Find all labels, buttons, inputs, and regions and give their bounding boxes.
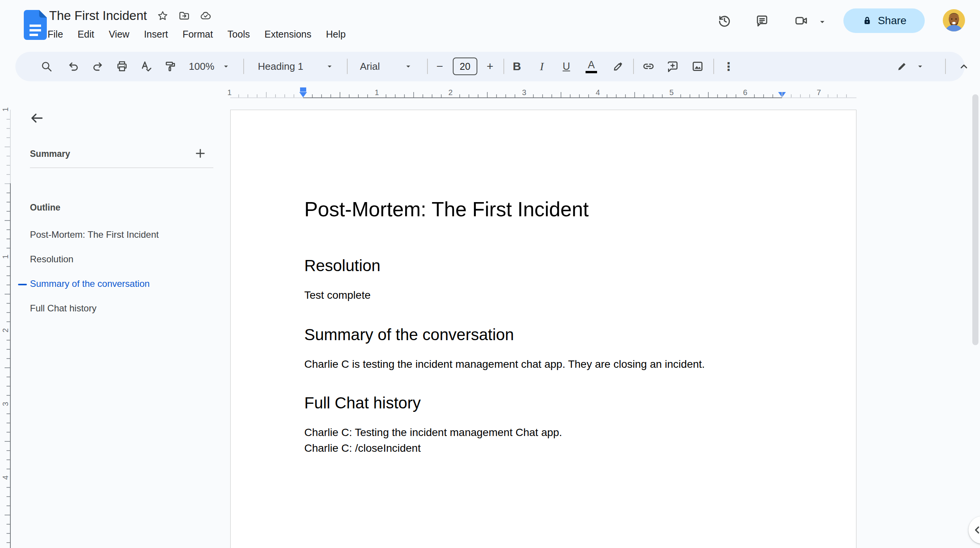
ruler-number: 2: [1, 326, 10, 335]
menu-view[interactable]: View: [104, 27, 134, 42]
menu-file[interactable]: File: [43, 27, 68, 42]
collapse-panel-button[interactable]: [968, 516, 980, 544]
doc-paragraph[interactable]: Charlie C is testing the incident manage…: [304, 356, 705, 372]
doc-paragraph[interactable]: Charlie C: /closeIncident: [304, 440, 421, 456]
outline-item[interactable]: Resolution: [30, 254, 210, 265]
menu-help[interactable]: Help: [322, 27, 350, 42]
toolbar-divider: [427, 59, 428, 74]
ruler-margin-line: [230, 97, 303, 98]
ruler-text-line: [303, 97, 782, 98]
zoom-select[interactable]: 100%: [189, 56, 231, 77]
search-menus-icon[interactable]: [36, 56, 57, 77]
doc-paragraph[interactable]: Charlie C: Testing the incident manageme…: [304, 425, 562, 440]
style-dropdown-arrow-icon: [325, 62, 334, 71]
version-history-icon[interactable]: [714, 10, 735, 31]
ruler-number: 3: [522, 88, 526, 97]
add-summary-button[interactable]: [190, 143, 210, 163]
share-button-label: Share: [878, 15, 907, 27]
ruler-number: 4: [596, 88, 600, 97]
ruler-number: 7: [817, 88, 821, 97]
paint-format-icon[interactable]: [160, 56, 181, 77]
account-avatar[interactable]: [943, 9, 965, 31]
star-icon[interactable]: [157, 10, 168, 21]
outline-item[interactable]: Full Chat history: [30, 303, 210, 314]
zoom-dropdown-arrow-icon: [221, 62, 231, 71]
menu-tools[interactable]: Tools: [223, 27, 254, 42]
ruler-margin-line: [10, 110, 11, 183]
undo-icon[interactable]: [63, 56, 84, 77]
ruler-number: 1: [1, 252, 10, 262]
paragraph-style-select[interactable]: Heading 1: [258, 56, 334, 77]
text-color-swatch: [586, 71, 597, 73]
outline-item[interactable]: Post-Mortem: The First Incident: [30, 229, 210, 240]
app-header: The First Incident File Edit View Insert…: [0, 0, 980, 50]
spelling-check-icon[interactable]: [135, 56, 157, 77]
vertical-scrollbar-thumb[interactable]: [972, 94, 978, 345]
toolbar-divider: [633, 59, 634, 74]
close-outline-button[interactable]: [23, 104, 51, 132]
insert-link-icon[interactable]: [638, 56, 659, 77]
left-indent-marker[interactable]: [300, 87, 306, 92]
toolbar-divider: [503, 59, 504, 74]
lock-icon: [862, 15, 873, 26]
meet-video-call-icon[interactable]: [790, 10, 812, 31]
chevron-left-icon: [972, 524, 980, 536]
hide-menus-button[interactable]: [953, 56, 975, 77]
paragraph-style-value: Heading 1: [258, 61, 304, 72]
doc-heading-chat-history[interactable]: Full Chat history: [304, 394, 421, 412]
summary-divider: [30, 168, 213, 168]
ruler-number: 4: [1, 473, 10, 482]
vertical-ruler: 1 1 2 3 4: [0, 110, 12, 548]
outline-label: Outline: [30, 202, 60, 213]
insert-image-icon[interactable]: [687, 56, 708, 77]
add-comment-icon[interactable]: [662, 56, 683, 77]
toolbar: 100% Heading 1 Arial − 20 + B I U A: [15, 52, 965, 81]
editing-mode-select[interactable]: [896, 56, 925, 77]
font-value: Arial: [360, 61, 380, 72]
share-button[interactable]: Share: [843, 8, 925, 33]
font-size-input[interactable]: 20: [453, 58, 477, 75]
toolbar-divider: [347, 59, 348, 74]
menu-insert[interactable]: Insert: [139, 27, 173, 42]
font-select[interactable]: Arial: [360, 56, 413, 77]
cloud-saved-icon[interactable]: [200, 10, 211, 21]
ruler-number: 1: [1, 105, 10, 114]
highlight-color-button[interactable]: [607, 56, 629, 77]
ruler-margin-line: [782, 97, 856, 98]
back-arrow-icon: [29, 110, 45, 126]
move-to-folder-icon[interactable]: [178, 10, 190, 21]
outline-item-active[interactable]: Summary of the conversation: [30, 278, 210, 289]
doc-heading-1[interactable]: Post-Mortem: The First Incident: [304, 197, 589, 221]
increase-font-size-button[interactable]: +: [479, 56, 501, 77]
comments-icon[interactable]: [751, 10, 773, 31]
first-line-indent-marker[interactable]: [299, 92, 307, 97]
ruler-number: 1: [375, 88, 379, 97]
document-page[interactable]: Post-Mortem: The First Incident Resoluti…: [230, 110, 856, 548]
font-size-value: 20: [460, 61, 470, 72]
menu-extensions[interactable]: Extensions: [260, 27, 316, 42]
doc-paragraph[interactable]: Test complete: [304, 287, 371, 303]
bold-button[interactable]: B: [506, 56, 528, 77]
doc-heading-summary[interactable]: Summary of the conversation: [304, 326, 514, 344]
text-color-button[interactable]: A: [581, 56, 602, 77]
ruler-number: 6: [743, 88, 747, 97]
editing-pencil-icon: [896, 61, 908, 72]
toolbar-divider: [243, 59, 244, 74]
menu-format[interactable]: Format: [178, 27, 218, 42]
underline-button[interactable]: U: [556, 56, 577, 77]
plus-icon: [194, 147, 206, 160]
meet-dropdown-arrow-icon[interactable]: [817, 17, 827, 27]
italic-button[interactable]: I: [531, 56, 553, 77]
more-options-button[interactable]: ⋮: [718, 56, 739, 77]
toolbar-divider: [713, 59, 714, 74]
active-outline-indicator: [18, 284, 27, 285]
decrease-font-size-button[interactable]: −: [429, 56, 450, 77]
doc-heading-resolution[interactable]: Resolution: [304, 257, 380, 275]
redo-icon[interactable]: [87, 56, 108, 77]
ruler-number: 2: [448, 88, 452, 97]
document-title[interactable]: The First Incident: [49, 8, 147, 23]
menu-edit[interactable]: Edit: [73, 27, 99, 42]
print-icon[interactable]: [111, 56, 133, 77]
ruler-number: 5: [669, 88, 673, 97]
ruler-text-line: [10, 183, 11, 548]
